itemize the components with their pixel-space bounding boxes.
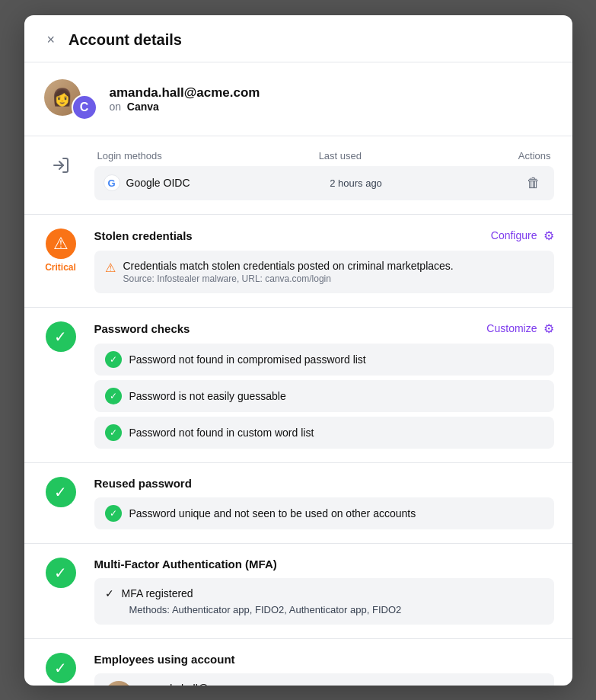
mfa-methods: Methods: Authenticator app, FIDO2, Authe… <box>105 604 543 615</box>
warning-sub: Source: Infostealer malware, URL: canva.… <box>123 273 454 284</box>
mfa-title: Multi-Factor Authentication (MFA) <box>94 558 277 571</box>
employees-content: Employees using account 👩 amanda.hall@ac… <box>94 653 554 686</box>
mfa-header: Multi-Factor Authentication (MFA) <box>94 558 554 571</box>
mfa-icon: ✓ <box>46 558 76 588</box>
critical-label: Critical <box>45 262 76 273</box>
login-table-header: Login methods Last used Actions <box>94 150 554 161</box>
reused-password-header: Reused password <box>94 477 554 490</box>
check-label-3: Password not found in custom word list <box>129 427 314 439</box>
account-app: on Canva <box>110 101 260 113</box>
stolen-creds-actions: Configure ⚙ <box>491 229 554 243</box>
mfa-row: ✓ MFA registered Methods: Authenticator … <box>94 578 554 625</box>
check-row-3: ✓ Password not found in custom word list <box>94 417 554 449</box>
stolen-creds-header: Stolen credentials Configure ⚙ <box>94 229 554 243</box>
employees-header: Employees using account <box>94 653 554 666</box>
reused-password-icon-container: ✓ <box>43 477 79 507</box>
method-label: Google OIDC <box>126 177 190 189</box>
warning-icon: ⚠ <box>105 261 116 275</box>
employee-info: amanda.hall@acme.com last used: 3 days a… <box>140 682 258 686</box>
login-icon <box>46 150 76 181</box>
configure-link[interactable]: Configure <box>491 229 537 241</box>
mfa-registered-label: MFA registered <box>122 587 193 599</box>
modal-header: × Account details <box>24 15 572 62</box>
reused-password-section: ✓ Reused password ✓ Password unique and … <box>24 463 572 544</box>
login-methods-content: Login methods Last used Actions G Google… <box>94 150 554 200</box>
stolen-creds-icon-container: ⚠ Critical <box>43 229 79 273</box>
close-button[interactable]: × <box>43 30 60 50</box>
google-icon: G <box>104 174 120 191</box>
reused-check-rows: ✓ Password unique and not seen to be use… <box>94 497 554 529</box>
app-initial: C <box>80 101 89 114</box>
password-checks-section: ✓ Password checks Customize ⚙ ✓ Password… <box>24 308 572 463</box>
warning-text: Credentials match stolen credentials pos… <box>123 260 454 284</box>
account-details-modal: × Account details 👩 C amanda.hall@acme.c… <box>24 15 572 686</box>
employee-left: 👩 amanda.hall@acme.com last used: 3 days… <box>105 681 258 686</box>
check-row-1: ✓ Password not found in compromised pass… <box>94 344 554 376</box>
login-methods-section: Login methods Last used Actions G Google… <box>24 136 572 215</box>
col-actions: Actions <box>518 150 551 161</box>
account-text: amanda.hall@acme.com on Canva <box>110 85 260 113</box>
critical-icon: ⚠ <box>46 229 76 259</box>
password-checks-title: Password checks <box>94 322 190 335</box>
col-last-used: Last used <box>319 150 362 161</box>
last-used-time: 2 hours ago <box>190 177 522 189</box>
reused-check-label: Password unique and not seen to be used … <box>129 507 416 519</box>
login-method-row: G Google OIDC 2 hours ago 🗑 <box>94 166 554 200</box>
reused-password-title: Reused password <box>94 477 192 490</box>
customize-link[interactable]: Customize <box>486 322 537 334</box>
avatars-container: 👩 C <box>43 78 97 120</box>
check-icon-3: ✓ <box>105 424 122 441</box>
employee-avatar: 👩 <box>105 681 132 686</box>
stolen-creds-title: Stolen credentials <box>94 229 193 242</box>
reused-check-icon: ✓ <box>105 505 122 522</box>
warning-row: ⚠ Credentials match stolen credentials p… <box>94 251 554 293</box>
mfa-methods-label: Methods: <box>129 604 170 615</box>
app-avatar: C <box>72 94 97 120</box>
password-checks-actions: Customize ⚙ <box>486 321 553 336</box>
password-checks-icon: ✓ <box>46 321 76 352</box>
col-login-methods: Login methods <box>97 150 162 161</box>
customize-gear-icon[interactable]: ⚙ <box>543 321 554 336</box>
check-icon-1: ✓ <box>105 351 122 368</box>
stolen-credentials-section: ⚠ Critical Stolen credentials Configure … <box>24 215 572 308</box>
check-icon-2: ✓ <box>105 388 122 404</box>
password-checks-icon-container: ✓ <box>43 321 79 352</box>
delete-method-button[interactable]: 🗑 <box>522 174 545 193</box>
account-email: amanda.hall@acme.com <box>110 85 260 101</box>
employees-section: ✓ Employees using account 👩 amanda.hall@… <box>24 639 572 686</box>
employee-email: amanda.hall@acme.com <box>140 682 258 686</box>
employees-icon: ✓ <box>46 653 76 683</box>
modal-title: Account details <box>69 31 182 49</box>
mfa-content: Multi-Factor Authentication (MFA) ✓ MFA … <box>94 558 554 625</box>
check-row-2: ✓ Password is not easily guessable <box>94 380 554 412</box>
reused-check-row: ✓ Password unique and not seen to be use… <box>94 497 554 529</box>
reused-password-content: Reused password ✓ Password unique and no… <box>94 477 554 529</box>
employee-row: 👩 amanda.hall@acme.com last used: 3 days… <box>94 673 554 686</box>
stolen-creds-content: Stolen credentials Configure ⚙ ⚠ Credent… <box>94 229 554 293</box>
mfa-registered: ✓ MFA registered <box>105 587 543 599</box>
check-label-2: Password is not easily guessable <box>129 390 286 402</box>
mfa-methods-value: Authenticator app, FIDO2, Authenticator … <box>172 604 401 615</box>
employees-title: Employees using account <box>94 653 235 666</box>
login-method-name: G Google OIDC <box>104 174 190 191</box>
check-label-1: Password not found in compromised passwo… <box>129 353 366 366</box>
login-icon-container <box>43 150 79 181</box>
warning-main: Credentials match stolen credentials pos… <box>123 260 454 272</box>
mfa-check-icon: ✓ <box>105 587 114 599</box>
account-info-section: 👩 C amanda.hall@acme.com on Canva <box>24 62 572 136</box>
mfa-section: ✓ Multi-Factor Authentication (MFA) ✓ MF… <box>24 544 572 639</box>
employees-icon-container: ✓ <box>43 653 79 683</box>
mfa-icon-container: ✓ <box>43 558 79 588</box>
app-name: Canva <box>127 101 159 113</box>
password-checks-header: Password checks Customize ⚙ <box>94 321 554 336</box>
password-checks-content: Password checks Customize ⚙ ✓ Password n… <box>94 321 554 449</box>
password-check-rows: ✓ Password not found in compromised pass… <box>94 344 554 449</box>
reused-password-icon: ✓ <box>46 477 76 507</box>
configure-gear-icon[interactable]: ⚙ <box>543 229 554 243</box>
